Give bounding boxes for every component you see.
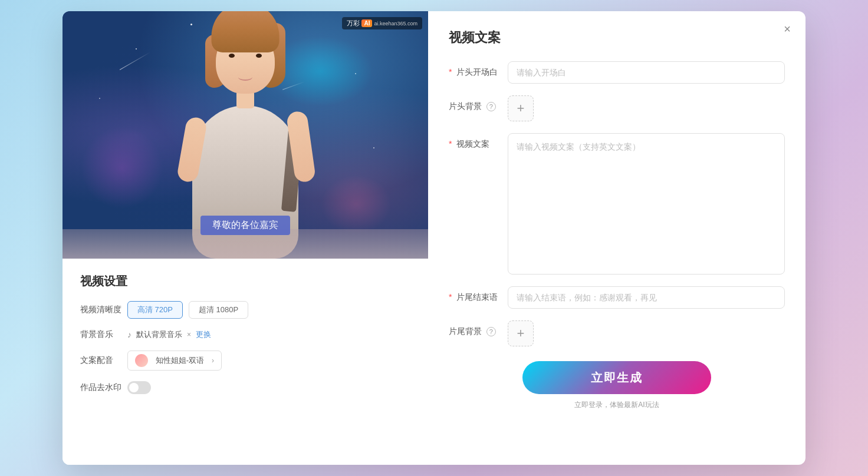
ending-bg-help-icon[interactable]: ? — [486, 327, 496, 336]
eye-left — [229, 54, 235, 58]
modal: 万彩 AI ai.keehan365.com 尊敬的各位嘉宾 视频设置 视频清晰… — [63, 11, 805, 465]
bg-add-button[interactable]: + — [508, 95, 534, 121]
music-label: 背景音乐 — [80, 329, 127, 340]
video-preview: 万彩 AI ai.keehan365.com 尊敬的各位嘉宾 — [63, 11, 428, 259]
ending-required-star: * — [449, 292, 452, 302]
content-label: * 视频文案 — [449, 133, 508, 150]
content-required-star: * — [449, 139, 452, 148]
subtitle-bar: 尊敬的各位嘉宾 — [200, 216, 290, 235]
nebula-pink — [321, 175, 392, 234]
close-button[interactable]: × — [784, 23, 791, 35]
ending-input[interactable] — [508, 286, 785, 309]
modal-overlay: 万彩 AI ai.keehan365.com 尊敬的各位嘉宾 视频设置 视频清晰… — [0, 0, 868, 476]
bg-row: 片头背景 ? + — [449, 95, 785, 121]
bg-label: 片头背景 ? — [449, 95, 508, 112]
opening-input[interactable] — [508, 61, 785, 84]
ending-row: * 片尾结束语 — [449, 286, 785, 309]
voice-arrow-icon: › — [212, 356, 214, 365]
star-4 — [99, 98, 100, 99]
panel-title: 视频文案 — [449, 29, 785, 47]
resolution-row: 视频清晰度 高清 720P 超清 1080P — [80, 301, 410, 319]
content-textarea[interactable] — [508, 133, 785, 275]
star-7 — [373, 147, 374, 148]
watermark-ai-badge: AI — [361, 19, 372, 27]
login-hint: 立即登录，体验最新AI玩法 — [574, 400, 659, 410]
generate-button[interactable]: 立即生成 — [522, 361, 711, 394]
generate-section: 立即生成 立即登录，体验最新AI玩法 — [449, 361, 785, 410]
voice-selector[interactable]: 知性姐姐-双语 › — [127, 351, 222, 371]
resolution-720p-button[interactable]: 高清 720P — [127, 301, 183, 319]
music-info: ♪ 默认背景音乐 × 更换 — [127, 329, 211, 340]
bg-help-icon[interactable]: ? — [486, 102, 496, 111]
ending-label: * 片尾结束语 — [449, 286, 508, 303]
watermark-row: 作品去水印 — [80, 381, 410, 394]
watermark-text: 万彩 — [347, 19, 360, 28]
ending-bg-row: 片尾背景 ? + — [449, 320, 785, 346]
music-row: 背景音乐 ♪ 默认背景音乐 × 更换 — [80, 329, 410, 340]
watermark-toggle-label: 作品去水印 — [80, 382, 127, 393]
resolution-1080p-button[interactable]: 超清 1080P — [189, 301, 248, 319]
opening-required-star: * — [449, 67, 452, 77]
star-1 — [136, 48, 137, 49]
video-settings-panel: 视频设置 视频清晰度 高清 720P 超清 1080P 背景音乐 ♪ 默认背景音… — [63, 259, 428, 465]
eye-right — [256, 54, 262, 58]
music-change-button[interactable]: 更换 — [196, 329, 211, 340]
music-remove-button[interactable]: × — [187, 330, 191, 339]
content-row: * 视频文案 — [449, 133, 785, 275]
voice-avatar — [135, 354, 148, 367]
watermark-badge: 万彩 AI ai.keehan365.com — [342, 17, 422, 29]
settings-title: 视频设置 — [80, 273, 410, 289]
nebula-purple — [81, 127, 163, 209]
music-icon: ♪ — [127, 330, 131, 339]
mouth — [238, 74, 252, 81]
hair-top — [212, 11, 280, 52]
opening-row: * 片头开场白 — [449, 61, 785, 84]
watermark-url: ai.keehan365.com — [374, 21, 417, 27]
opening-label: * 片头开场白 — [449, 61, 508, 78]
ending-bg-add-button[interactable]: + — [508, 320, 534, 346]
left-panel: 万彩 AI ai.keehan365.com 尊敬的各位嘉宾 视频设置 视频清晰… — [63, 11, 428, 465]
voice-name: 知性姐姐-双语 — [156, 355, 204, 366]
subtitle-text: 尊敬的各位嘉宾 — [212, 220, 278, 230]
music-name: 默认背景音乐 — [136, 329, 182, 340]
resolution-label: 视频清晰度 — [80, 305, 127, 315]
right-panel: 视频文案 × * 片头开场白 片头背景 ? + — [428, 11, 805, 465]
ending-bg-label: 片尾背景 ? — [449, 320, 508, 337]
voice-label: 文案配音 — [80, 355, 127, 366]
watermark-toggle[interactable] — [127, 381, 151, 394]
voice-row: 文案配音 知性姐姐-双语 › — [80, 351, 410, 371]
